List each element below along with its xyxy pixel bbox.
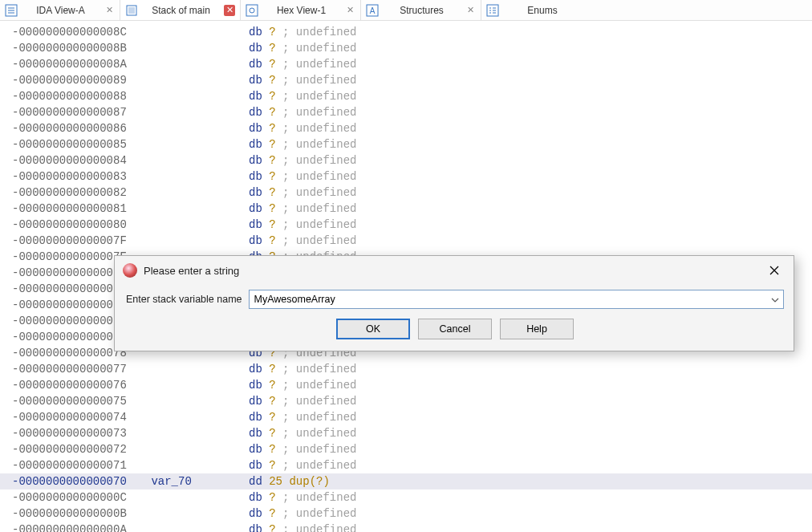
disasm-line[interactable]: -0000000000000076db ? ; undefined	[0, 377, 812, 393]
offset: -0000000000000085	[12, 136, 144, 152]
disasm-line[interactable]: -000000000000008Adb ? ; undefined	[0, 56, 812, 72]
type-keyword: db	[249, 377, 269, 393]
disasm-line[interactable]: -0000000000000081db ? ; undefined	[0, 201, 812, 217]
comment: ; undefined	[276, 201, 357, 217]
tab-ida-view-a[interactable]: IDA View-A ✕	[0, 0, 120, 20]
cancel-button[interactable]: Cancel	[418, 319, 492, 339]
comment: ; undefined	[276, 393, 357, 409]
help-button[interactable]: Help	[500, 319, 574, 339]
structures-icon: A	[366, 4, 379, 17]
disasm-line[interactable]: -0000000000000072db ? ; undefined	[0, 441, 812, 457]
type-keyword: db	[249, 72, 269, 88]
offset: -0000000000000088	[12, 88, 144, 104]
type-keyword: db	[249, 425, 269, 441]
offset: -0000000000000071	[12, 457, 144, 473]
disasm-line[interactable]: -0000000000000083db ? ; undefined	[0, 169, 812, 185]
type-keyword: db	[249, 201, 269, 217]
close-icon[interactable]: ✕	[224, 5, 235, 16]
tab-structures[interactable]: A Structures ✕	[361, 0, 481, 20]
disasm-line[interactable]: -0000000000000088db ? ; undefined	[0, 88, 812, 104]
offset: -0000000000000073	[12, 425, 144, 441]
disasm-line[interactable]: -0000000000000080db ? ; undefined	[0, 217, 812, 233]
variable-name-input[interactable]	[249, 290, 784, 309]
comment: ; undefined	[276, 185, 357, 201]
svg-rect-5	[128, 7, 135, 14]
disasm-line[interactable]: -0000000000000084db ? ; undefined	[0, 152, 812, 169]
offset: -0000000000000083	[12, 169, 144, 185]
tab-label: Hex View-1	[263, 5, 339, 16]
svg-rect-6	[246, 5, 258, 16]
disasm-line[interactable]: -0000000000000070 var_70dd 25 dup(?)	[0, 473, 812, 489]
type-keyword: db	[249, 506, 269, 522]
type-keyword: db	[249, 40, 269, 56]
tab-bar: IDA View-A ✕ Stack of main ✕ Hex View-1 …	[0, 0, 812, 21]
type-keyword: dd	[249, 473, 269, 489]
type-keyword: db	[249, 441, 269, 457]
comment: ; undefined	[276, 152, 357, 169]
disasm-line[interactable]: -0000000000000074db ? ; undefined	[0, 409, 812, 425]
type-keyword: db	[249, 361, 269, 377]
tab-label: Stack of main	[143, 5, 219, 16]
tab-hex-view-1[interactable]: Hex View-1 ✕	[241, 0, 361, 20]
value: ?	[269, 217, 275, 233]
type-keyword: db	[249, 217, 269, 233]
value: ?	[269, 72, 275, 88]
type-keyword: db	[249, 233, 269, 249]
rename-dialog: Please enter a string Enter stack variab…	[114, 255, 794, 351]
disasm-line[interactable]: -0000000000000086db ? ; undefined	[0, 120, 812, 136]
tab-label: Enums	[504, 5, 581, 16]
comment: ; undefined	[276, 489, 357, 506]
comment: ; undefined	[276, 72, 357, 88]
dialog-body: Enter stack variable name OK Cancel Help	[115, 285, 794, 351]
disasm-line[interactable]: -000000000000008Bdb ? ; undefined	[0, 40, 812, 56]
variable-name-field[interactable]	[249, 290, 784, 309]
disasm-line[interactable]: -000000000000000Bdb ? ; undefined	[0, 506, 812, 522]
value: ?	[269, 393, 275, 409]
offset: -0000000000000082	[12, 185, 144, 201]
disasm-line[interactable]: -0000000000000087db ? ; undefined	[0, 104, 812, 120]
disasm-line[interactable]: -000000000000000Adb ? ; undefined	[0, 522, 812, 532]
type-keyword: db	[249, 136, 269, 152]
type-keyword: db	[249, 393, 269, 409]
value: ?	[269, 441, 275, 457]
offset: -0000000000000072	[12, 441, 144, 457]
field-label: Enter stack variable name	[126, 294, 242, 305]
comment: ; undefined	[276, 24, 357, 40]
hex-icon	[246, 4, 258, 17]
value: ?	[269, 506, 275, 522]
disasm-line[interactable]: -000000000000008Cdb ? ; undefined	[0, 24, 812, 40]
type-keyword: db	[249, 185, 269, 201]
offset: -0000000000000076	[12, 377, 144, 393]
value: ?	[269, 377, 275, 393]
disasm-line[interactable]: -0000000000000077db ? ; undefined	[0, 361, 812, 377]
ok-button[interactable]: OK	[336, 319, 410, 339]
type-keyword: db	[249, 169, 269, 185]
disasm-line[interactable]: -0000000000000085db ? ; undefined	[0, 136, 812, 152]
disasm-line[interactable]: -0000000000000075db ? ; undefined	[0, 393, 812, 409]
comment: ; undefined	[276, 506, 357, 522]
value: ?	[269, 120, 275, 136]
offset: -000000000000000C	[12, 489, 144, 506]
comment: ; undefined	[276, 120, 357, 136]
offset: -0000000000000084	[12, 152, 144, 169]
tab-enums[interactable]: Enums	[481, 0, 586, 20]
disasm-line[interactable]: -0000000000000089db ? ; undefined	[0, 72, 812, 88]
disasm-line[interactable]: -0000000000000073db ? ; undefined	[0, 425, 812, 441]
close-icon[interactable]: ✕	[465, 5, 476, 16]
close-icon[interactable]: ✕	[344, 5, 355, 16]
close-icon[interactable]	[763, 259, 786, 282]
value: ?	[269, 233, 275, 249]
disasm-line[interactable]: -000000000000007Fdb ? ; undefined	[0, 233, 812, 249]
value: ?	[269, 56, 275, 72]
disasm-line[interactable]: -000000000000000Cdb ? ; undefined	[0, 489, 812, 506]
offset: -0000000000000087	[12, 104, 144, 120]
disasm-line[interactable]: -0000000000000071db ? ; undefined	[0, 457, 812, 473]
comment: ; undefined	[276, 104, 357, 120]
disasm-line[interactable]: -0000000000000082db ? ; undefined	[0, 185, 812, 201]
close-icon[interactable]: ✕	[104, 5, 115, 16]
offset: -0000000000000075	[12, 393, 144, 409]
type-keyword: db	[249, 104, 269, 120]
offset: -0000000000000070	[12, 473, 144, 489]
tab-stack-of-main[interactable]: Stack of main ✕	[120, 0, 241, 20]
comment: ; undefined	[276, 522, 357, 532]
